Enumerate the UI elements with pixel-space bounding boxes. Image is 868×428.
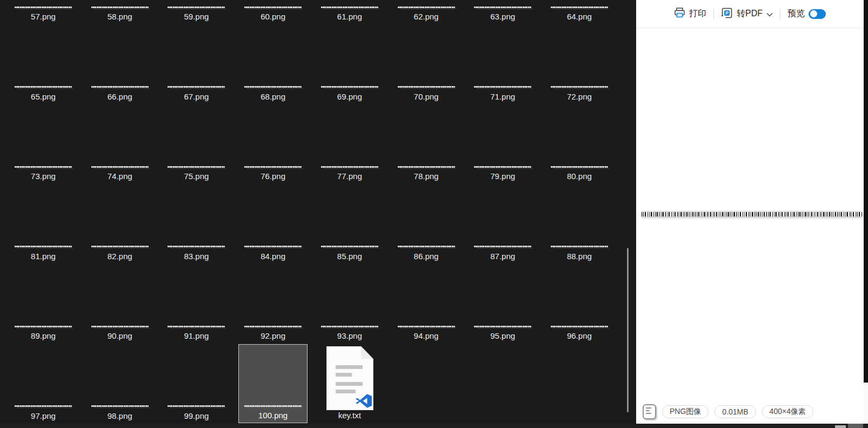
file-item[interactable]: 100.png (238, 344, 308, 423)
file-item[interactable]: 97.png (8, 400, 79, 426)
file-label: 81.png (8, 251, 79, 262)
file-item[interactable]: 92.png (237, 320, 309, 346)
file-label: 84.png (237, 251, 309, 262)
bottom-bar-item[interactable] (848, 424, 863, 428)
file-label: 78.png (391, 171, 462, 182)
file-item[interactable]: 86.png (391, 241, 462, 267)
preview-toggle[interactable] (809, 9, 826, 19)
file-item[interactable]: 88.png (544, 241, 615, 267)
scrollbar-track-segment (864, 383, 868, 424)
file-label: 95.png (467, 331, 538, 341)
file-item[interactable]: 68.png (237, 81, 309, 107)
file-item[interactable]: 91.png (161, 320, 232, 346)
file-label: 86.png (391, 251, 462, 262)
convert-pdf-button[interactable]: P 转PDF (721, 7, 773, 21)
file-thumbnail (398, 166, 455, 168)
file-item[interactable]: 95.png (467, 320, 538, 346)
file-label: 69.png (314, 91, 385, 102)
file-item[interactable]: 60.png (237, 1, 309, 27)
file-item[interactable]: 83.png (161, 241, 232, 267)
file-thumbnail (398, 6, 455, 8)
file-thumbnail (91, 246, 149, 247)
file-label: 83.png (161, 251, 232, 262)
file-label: 79.png (467, 171, 538, 182)
file-label: 80.png (544, 171, 615, 182)
file-item[interactable]: 75.png (161, 161, 232, 187)
file-item[interactable]: 82.png (84, 241, 156, 267)
bottom-bar-item[interactable] (835, 425, 846, 428)
file-item[interactable]: 64.png (544, 1, 615, 27)
preview-label: 预览 (787, 8, 805, 19)
file-item[interactable]: 87.png (467, 241, 538, 267)
file-item[interactable]: 99.png (161, 400, 232, 426)
file-item[interactable]: 70.png (391, 81, 462, 107)
file-item[interactable]: 80.png (544, 161, 615, 187)
file-thumbnail (91, 6, 149, 8)
file-item[interactable]: 67.png (161, 81, 232, 107)
preview-toolbar: 打印 P 转PDF (636, 0, 864, 28)
preview-toggle-group: 预览 (787, 8, 826, 19)
file-item[interactable]: 72.png (544, 81, 615, 107)
file-item[interactable]: 57.png (8, 1, 79, 27)
doc-fold (361, 346, 373, 359)
file-item[interactable]: 73.png (8, 161, 79, 187)
preview-panel: 打印 P 转PDF (636, 0, 864, 424)
file-thumbnail (551, 86, 608, 88)
right-edge-scrollbar[interactable] (864, 0, 868, 424)
file-item[interactable]: 58.png (84, 1, 156, 27)
file-thumbnail (321, 166, 378, 168)
file-thumbnail (398, 246, 455, 247)
file-item[interactable]: 69.png (314, 81, 385, 107)
file-thumbnail (15, 166, 72, 168)
chevron-down-icon[interactable] (766, 9, 773, 19)
file-thumbnail (15, 86, 72, 88)
file-item[interactable]: 96.png (544, 320, 615, 346)
file-label: 98.png (84, 411, 156, 422)
file-thumbnail (91, 86, 149, 88)
grid-scrollbar[interactable] (627, 248, 629, 412)
file-thumbnail (474, 246, 531, 247)
file-label: 96.png (544, 331, 615, 341)
file-item[interactable]: 66.png (84, 81, 156, 107)
file-item[interactable]: 63.png (467, 1, 538, 27)
file-item[interactable]: 90.png (84, 320, 156, 346)
file-item[interactable]: 84.png (237, 241, 309, 267)
toggle-knob (810, 10, 817, 17)
file-item[interactable]: 74.png (84, 161, 156, 187)
file-thumbnail (91, 326, 149, 327)
convert-pdf-label: 转PDF (737, 8, 763, 19)
file-label: 64.png (544, 11, 615, 22)
file-label: key.txt (314, 410, 385, 421)
print-label: 打印 (689, 8, 706, 19)
file-item[interactable]: 78.png (391, 161, 462, 187)
file-item[interactable]: 79.png (467, 161, 538, 187)
file-item[interactable]: 65.png (8, 81, 79, 107)
print-button[interactable]: 打印 (674, 7, 706, 21)
file-thumbnail (321, 326, 378, 327)
file-item[interactable]: 81.png (8, 241, 79, 267)
file-label: 63.png (467, 11, 538, 22)
file-item[interactable]: 76.png (237, 161, 309, 187)
file-thumbnail (244, 246, 302, 247)
file-label: 92.png (237, 331, 309, 341)
file-item[interactable]: 77.png (314, 161, 385, 187)
file-thumbnail (398, 326, 455, 327)
file-item[interactable]: key.txt (314, 341, 385, 423)
file-item[interactable]: 59.png (161, 1, 232, 27)
file-label: 65.png (8, 91, 79, 102)
file-item[interactable]: 89.png (8, 320, 79, 346)
file-item[interactable]: 94.png (391, 320, 462, 346)
file-item[interactable]: 98.png (84, 400, 156, 426)
file-thumbnail (15, 6, 72, 8)
file-label: 60.png (237, 11, 309, 22)
toolbar-separator (780, 9, 780, 19)
file-item[interactable]: 61.png (314, 1, 385, 27)
file-item[interactable]: 71.png (467, 81, 538, 107)
file-item[interactable]: 62.png (391, 1, 462, 27)
file-item[interactable]: 85.png (314, 241, 385, 267)
file-label: 71.png (467, 91, 538, 102)
file-label: 75.png (161, 171, 232, 182)
file-thumbnail (91, 166, 149, 168)
file-thumbnail (244, 405, 302, 407)
file-thumbnail (474, 326, 531, 327)
